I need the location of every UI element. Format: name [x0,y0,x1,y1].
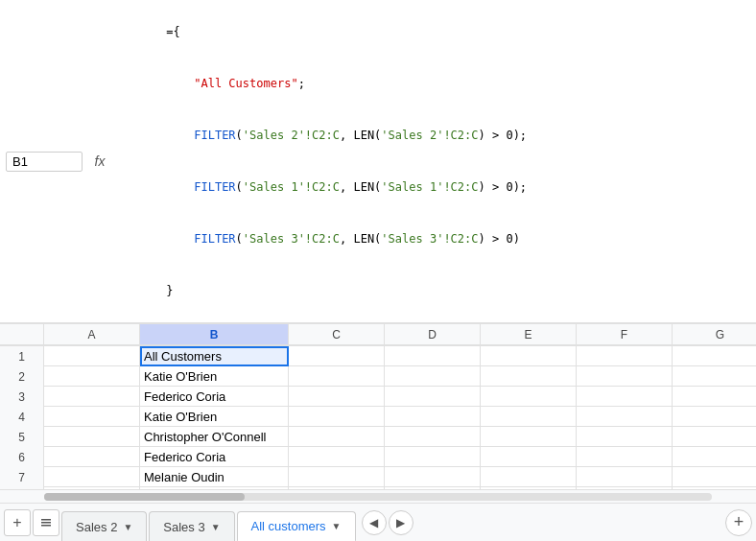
cell-e3[interactable] [481,387,577,407]
cell-a6[interactable] [44,447,140,467]
row-header-7[interactable]: 7 [0,467,44,487]
formula-filter-1-body: ('Sales 2'!C2:C, LEN('Sales 2'!C2:C) > 0… [236,129,527,142]
cell-g1[interactable] [673,346,756,366]
cell-c1[interactable] [289,346,385,366]
cell-a5[interactable] [44,427,140,447]
cell-g2[interactable] [673,366,756,387]
cell-b4[interactable]: Katie O'Brien [140,407,289,427]
cell-f4[interactable] [577,407,673,427]
horizontal-scrollbar-area [0,489,756,503]
tab-all-customers-arrow: ▼ [332,521,342,531]
cell-a2[interactable] [44,366,140,387]
row-header-1[interactable]: 1 [0,346,44,366]
formula-filter-1-kw: FILTER [194,129,235,142]
cell-d3[interactable] [385,387,481,407]
formula-filter-2-kw: FILTER [194,180,235,194]
col-header-f[interactable]: F [577,324,673,345]
cell-d2[interactable] [385,366,481,387]
grid-body: 1 All Customers 2 Katie O'Brien 3 F [0,346,756,489]
row-header-5[interactable]: 5 [0,427,44,447]
formula-string: "All Customers" [194,77,297,90]
cell-g6[interactable] [673,447,756,467]
cell-b3[interactable]: Federico Coria [140,387,289,407]
add-sheet-button[interactable]: + [4,509,31,536]
corner-cell [0,324,44,345]
cell-e6[interactable] [481,447,577,467]
cell-a3[interactable] [44,387,140,407]
cell-b6[interactable]: Federico Coria [140,447,289,467]
col-header-a[interactable]: A [44,324,140,345]
cell-g5[interactable] [673,427,756,447]
cell-b2[interactable]: Katie O'Brien [140,366,289,387]
tab-sales2-label: Sales 2 [76,520,117,534]
cell-b5[interactable]: Christopher O'Connell [140,427,289,447]
sheet-list-button[interactable] [33,509,59,536]
tab-nav-prev-button[interactable]: ◀ [362,510,387,535]
cell-e2[interactable] [481,366,577,387]
cell-c5[interactable] [289,427,385,447]
cell-c6[interactable] [289,447,385,467]
cell-d4[interactable] [385,407,481,427]
tab-all-customers[interactable]: All customers ▼ [237,511,356,542]
cell-d6[interactable] [385,447,481,467]
svg-rect-1 [41,522,51,524]
cell-d1[interactable] [385,346,481,366]
cell-g7[interactable] [673,467,756,487]
cell-e4[interactable] [481,407,577,427]
sheet-tabs-bar: + Sales 2 ▼ Sales 3 ▼ All customers ▼ ◀ … [0,503,756,541]
cell-e1[interactable] [481,346,577,366]
cell-f1[interactable] [577,346,673,366]
cell-g3[interactable] [673,387,756,407]
formula-filter-3-body: ('Sales 3'!C2:C, LEN('Sales 3'!C2:C) > 0… [236,232,520,246]
formula-filter-2-body: ('Sales 1'!C2:C, LEN('Sales 1'!C2:C) > 0… [236,180,527,194]
col-header-g[interactable]: G [673,324,756,345]
horizontal-scrollbar-thumb[interactable] [44,493,245,501]
cell-b1[interactable]: All Customers [140,346,289,366]
tab-all-customers-label: All customers [251,519,326,533]
column-headers: A B C D E F G [0,324,756,346]
tab-nav-next-button[interactable]: ▶ [389,510,413,535]
cell-d7[interactable] [385,467,481,487]
table-row: 4 Katie O'Brien [0,407,756,427]
cell-d5[interactable] [385,427,481,447]
tab-sales3-label: Sales 3 [163,520,204,534]
cell-c2[interactable] [289,366,385,387]
cell-a7[interactable] [44,467,140,487]
row-header-3[interactable]: 3 [0,387,44,407]
table-row: 2 Katie O'Brien [0,366,756,387]
add-new-sheet-button[interactable]: + [725,509,752,536]
table-row: 1 All Customers [0,346,756,366]
horizontal-scrollbar[interactable] [44,493,712,501]
cell-b7[interactable]: Melanie Oudin [140,467,289,487]
cell-c4[interactable] [289,407,385,427]
formula-bar-area: fx ={ "All Customers"; FILTER('Sales 2'!… [0,0,756,324]
col-header-d[interactable]: D [385,324,481,345]
cell-f2[interactable] [577,366,673,387]
cell-a1[interactable] [44,346,140,366]
table-row: 7 Melanie Oudin [0,467,756,487]
cell-reference-input[interactable] [6,152,83,172]
row-header-6[interactable]: 6 [0,447,44,467]
cell-e7[interactable] [481,467,577,487]
tab-sales3[interactable]: Sales 3 ▼ [149,511,234,542]
fx-icon: fx [83,153,117,169]
cell-g4[interactable] [673,407,756,427]
col-header-e[interactable]: E [481,324,577,345]
spreadsheet-grid: A B C D E F G 1 All Customers 2 Katie O'… [0,324,756,503]
cell-c3[interactable] [289,387,385,407]
cell-f7[interactable] [577,467,673,487]
cell-f5[interactable] [577,427,673,447]
formula-bar-top: fx ={ "All Customers"; FILTER('Sales 2'!… [0,0,756,323]
tab-sales2[interactable]: Sales 2 ▼ [61,511,147,542]
cell-c7[interactable] [289,467,385,487]
col-header-b[interactable]: B [140,324,289,345]
cell-a4[interactable] [44,407,140,427]
row-header-4[interactable]: 4 [0,407,44,427]
cell-e5[interactable] [481,427,577,447]
col-header-c[interactable]: C [289,324,385,345]
cell-f6[interactable] [577,447,673,467]
table-row: 6 Federico Coria [0,447,756,467]
svg-rect-2 [41,525,51,527]
cell-f3[interactable] [577,387,673,407]
row-header-2[interactable]: 2 [0,366,44,387]
